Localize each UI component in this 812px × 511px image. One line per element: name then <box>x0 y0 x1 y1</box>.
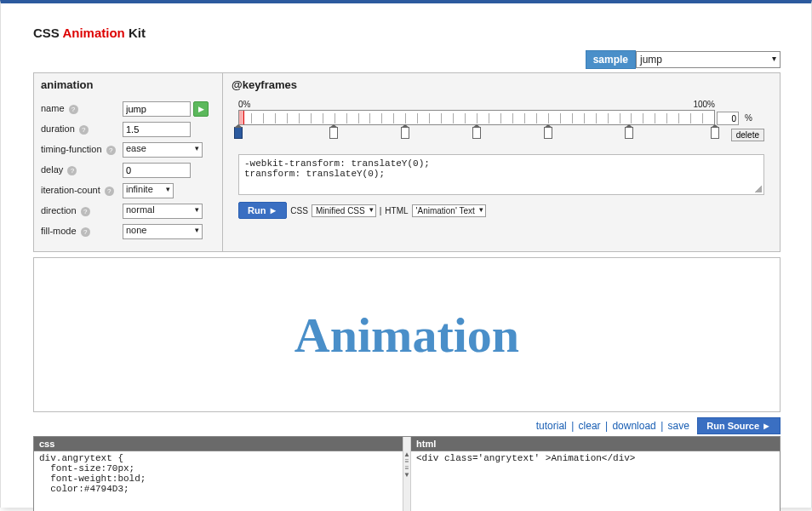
sample-label: sample <box>586 50 636 69</box>
timeline: 0% 100% % delete <box>238 100 764 147</box>
run-row: Run ► CSS Minified CSS | HTML 'Animation… <box>238 202 764 219</box>
html-source-column: html <div class='angrytext' >Animation</… <box>411 437 780 511</box>
download-link[interactable]: download <box>612 420 655 432</box>
animation-panel: animation name ? ▶ duration ? timing-fun… <box>34 73 223 251</box>
prop-iteration-label: iteration-count ? <box>41 185 123 196</box>
html-format-label: HTML <box>385 206 408 215</box>
direction-select[interactable]: normal <box>123 204 203 219</box>
keyframe-marker[interactable] <box>401 127 409 139</box>
timing-select[interactable]: ease <box>123 142 203 158</box>
help-icon[interactable]: ? <box>67 166 77 175</box>
timeline-100pct-label: 100% <box>693 100 715 109</box>
keyframe-markers <box>238 127 715 142</box>
page-title: CSS Animation Kit <box>33 26 781 40</box>
keyframe-marker[interactable] <box>544 127 552 139</box>
prop-direction-label: direction ? <box>41 205 123 216</box>
preview-pane: Animation <box>33 257 781 412</box>
prop-delay-label: delay ? <box>41 164 123 175</box>
preview-text: Animation <box>294 307 519 364</box>
help-icon[interactable]: ? <box>81 207 90 216</box>
css-format-label: CSS <box>290 206 308 215</box>
config-panels: animation name ? ▶ duration ? timing-fun… <box>33 72 781 252</box>
keyframe-marker[interactable] <box>234 127 243 139</box>
name-input[interactable] <box>123 101 191 117</box>
html-format-select[interactable]: 'Animation' Text <box>412 204 486 217</box>
css-source-column: css div.angrytext { font-size:70px; font… <box>34 437 403 511</box>
timeline-ruler[interactable] <box>238 110 715 125</box>
save-link[interactable]: save <box>668 420 689 432</box>
delay-input[interactable] <box>123 163 191 178</box>
keyframes-panel: @keyframes 0% 100% % delete -webkit-tran… <box>223 73 780 251</box>
run-button[interactable]: Run ► <box>238 202 287 219</box>
play-button[interactable]: ▶ <box>193 101 209 117</box>
delete-keyframe-button[interactable]: delete <box>731 129 764 141</box>
prop-duration-label: duration ? <box>41 123 123 135</box>
app-frame: CSS Animation Kit samplejump animation n… <box>0 0 812 508</box>
format-separator: | <box>380 206 382 215</box>
tutorial-link[interactable]: tutorial <box>536 420 567 432</box>
action-links: tutorial | clear | download | save Run S… <box>33 417 781 434</box>
percent-unit: % <box>745 113 752 123</box>
keyframe-marker[interactable] <box>329 127 338 139</box>
sample-select[interactable]: jump <box>636 51 781 68</box>
keyframe-code-editor[interactable]: -webkit-transform: translateY(0); transf… <box>238 154 764 195</box>
help-icon[interactable]: ? <box>105 187 114 196</box>
source-panels: css div.angrytext { font-size:70px; font… <box>33 436 781 511</box>
help-icon[interactable]: ? <box>81 227 90 237</box>
run-source-button[interactable]: Run Source ► <box>697 417 781 434</box>
prop-timing-label: timing-function ? <box>41 144 123 155</box>
keyframe-marker[interactable] <box>625 127 633 139</box>
keyframes-heading: @keyframes <box>232 78 771 91</box>
animation-heading: animation <box>41 78 215 91</box>
iteration-select[interactable]: infinite <box>123 183 174 198</box>
html-source-editor[interactable]: <div class='angrytext' >Animation</div> <box>411 451 780 511</box>
fillmode-select[interactable]: none <box>123 224 203 239</box>
timeline-0pct-label: 0% <box>238 100 250 109</box>
timeline-cursor[interactable] <box>239 111 244 124</box>
source-splitter[interactable]: ▲≡≡▼ <box>403 437 411 511</box>
prop-name-label: name ? <box>41 103 123 114</box>
help-icon[interactable]: ? <box>79 125 89 135</box>
help-icon[interactable]: ? <box>69 105 78 114</box>
keyframe-percent-input[interactable] <box>717 112 739 125</box>
keyframe-marker[interactable] <box>472 127 481 139</box>
html-source-heading: html <box>411 437 780 451</box>
duration-input[interactable] <box>123 122 191 137</box>
sample-row: samplejump <box>33 50 781 69</box>
css-source-heading: css <box>34 437 403 451</box>
clear-link[interactable]: clear <box>579 420 601 432</box>
help-icon[interactable]: ? <box>106 146 116 155</box>
keyframe-marker[interactable] <box>711 127 719 139</box>
css-format-select[interactable]: Minified CSS <box>312 204 376 217</box>
css-source-editor[interactable]: div.angrytext { font-size:70px; font-wei… <box>34 451 403 511</box>
prop-fillmode-label: fill-mode ? <box>41 226 123 237</box>
